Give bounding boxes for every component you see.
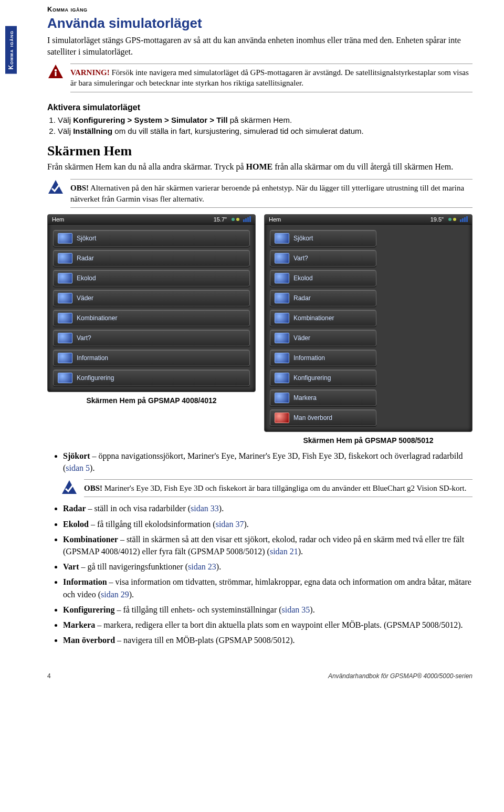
warning-body: Försök inte navigera med simulatorläget … (70, 68, 469, 87)
menu-label: Ekolod (293, 275, 313, 282)
menu-label: Sjökort (293, 235, 313, 242)
feature-kombinationer: Kombinationer – ställ in skärmen så att … (63, 533, 472, 557)
svg-marker-3 (62, 480, 77, 494)
menu-label: Kombinationer (77, 314, 117, 322)
obs-lead-2: OBS! (84, 484, 102, 492)
topbar-hem-left: Hem (52, 216, 64, 223)
steps-list: Välj Konfigurering > System > Simulator … (47, 114, 472, 138)
menu-thumb (275, 233, 289, 244)
feature-ekolod: Ekolod – få tillgång till ekolodsinforma… (63, 518, 472, 530)
caption-left: Skärmen Hem på GPSMAP 4008/4012 (47, 396, 256, 405)
menu-label: Vart? (293, 255, 308, 262)
menu-label: Konfigurering (77, 374, 114, 382)
menu-btn[interactable]: Ekolod (53, 270, 250, 287)
section-heading-simulator: Använda simulatorläget (47, 15, 472, 31)
menu-btn[interactable]: Konfigurering (53, 370, 250, 386)
screen-size-left: 15.7" (214, 216, 227, 223)
menu-thumb (275, 373, 289, 383)
menu-btn[interactable]: Radar (270, 290, 376, 307)
menu-label: Radar (293, 294, 311, 302)
feature-markera: Markera – markera, redigera eller ta bor… (63, 619, 472, 631)
menu-thumb (58, 373, 72, 383)
menu-btn[interactable]: Vart? (270, 250, 376, 267)
screenshot-4008: Hem 15.7" SjökortRadarEkolodVäderKombina… (47, 214, 256, 445)
feature-radar: Radar – ställ in och visa radarbilder (s… (63, 502, 472, 514)
page-footer: 4 Användarhandbok för GPSMAP® 4000/5000-… (0, 672, 504, 687)
screenshot-5008: Hem 19.5" SjökortVart?EkolodRadarKombina… (264, 214, 472, 445)
menu-label: Man överbord (293, 414, 332, 421)
feature-information: Information – visa information om tidvat… (63, 576, 472, 600)
link-sida-29[interactable]: sidan 29 (101, 590, 129, 599)
feature-list: Sjökort – öppna navigationssjökort, Mari… (47, 450, 472, 474)
link-sida-23[interactable]: sidan 23 (188, 562, 216, 571)
menu-thumb (58, 353, 72, 363)
feature-sjokort: Sjökort – öppna navigationssjökort, Mari… (63, 450, 472, 474)
svg-point-1 (55, 69, 57, 71)
screen-size-right: 19.5" (430, 216, 444, 223)
obs-body-1: Alternativen på den här skärmen varierar… (70, 184, 464, 203)
menu-btn[interactable]: Sjökort (270, 230, 376, 247)
menu-thumb (275, 293, 289, 303)
obs-callout-2: OBS! Mariner's Eye 3D, Fish Eye 3D och f… (61, 479, 472, 497)
feature-konfigurering: Konfigurering – få tillgång till enhets-… (63, 604, 472, 616)
menu-thumb (58, 313, 72, 323)
menu-btn[interactable]: Kombinationer (53, 310, 250, 326)
menu-btn[interactable]: Ekolod (270, 270, 376, 287)
menu-btn[interactable]: Markera (270, 389, 376, 406)
menu-thumb (58, 253, 72, 263)
warning-callout: VARNING! Försök inte navigera med simula… (47, 62, 472, 93)
menu-btn[interactable]: Radar (53, 250, 250, 267)
menu-btn[interactable]: Väder (53, 290, 250, 307)
menu-btn[interactable]: Konfigurering (270, 370, 376, 386)
menu-label: Konfigurering (293, 374, 331, 382)
menu-thumb (58, 233, 72, 244)
feature-list-2: Radar – ställ in och visa radarbilder (s… (47, 502, 472, 646)
menu-thumb (275, 253, 289, 263)
menu-btn[interactable]: Information (270, 350, 376, 366)
home-intro: Från skärmen Hem kan du nå alla andra sk… (47, 161, 472, 173)
feature-man-overbord: Man överbord – navigera till en MÖB-plat… (63, 634, 472, 646)
obs-callout-1: OBS! Alternativen på den här skärmen var… (47, 178, 472, 209)
menu-btn[interactable]: Information (53, 350, 250, 366)
link-sida-21[interactable]: sidan 21 (270, 547, 298, 556)
menu-btn[interactable]: Kombinationer (270, 310, 376, 326)
menu-thumb (275, 353, 289, 363)
feature-vart: Vart – gå till navigeringsfunktioner (si… (63, 561, 472, 573)
link-sida-33[interactable]: sidan 33 (191, 504, 219, 513)
link-sida-35[interactable]: sidan 35 (282, 605, 310, 614)
menu-thumb (58, 333, 72, 343)
menu-label: Väder (293, 334, 310, 342)
menu-thumb (58, 293, 72, 303)
check-icon-2 (61, 479, 78, 496)
menu-btn[interactable]: Vart? (53, 330, 250, 346)
menu-thumb (275, 313, 289, 323)
menu-thumb (275, 273, 289, 283)
caption-right: Skärmen Hem på GPSMAP 5008/5012 (264, 436, 472, 445)
warning-lead: VARNING! (70, 68, 110, 77)
activate-subheading: Aktivera simulatorläget (47, 103, 472, 112)
menu-label: Sjökort (77, 235, 96, 242)
menu-label: Information (77, 354, 108, 362)
menu-label: Väder (77, 294, 93, 302)
menu-label: Radar (77, 255, 94, 262)
menu-label: Ekolod (77, 275, 96, 282)
warning-icon (47, 64, 64, 80)
step-1: Välj Konfigurering > System > Simulator … (58, 114, 472, 126)
link-sida-37[interactable]: sidan 37 (216, 520, 244, 529)
menu-btn[interactable]: Man överbord (270, 409, 376, 426)
menu-btn[interactable]: Sjökort (53, 230, 250, 247)
link-sida-5[interactable]: sidan 5 (66, 463, 90, 472)
obs-body-2: Mariner's Eye 3D, Fish Eye 3D och fiskek… (102, 484, 466, 492)
obs-lead-1: OBS! (70, 184, 89, 192)
menu-label: Vart? (77, 334, 91, 342)
menu-label: Kombinationer (293, 314, 334, 322)
menu-thumb (275, 393, 289, 403)
footer-title: Användarhandbok för GPSMAP® 4000/5000-se… (328, 672, 472, 680)
menu-thumb (58, 273, 72, 283)
svg-marker-2 (48, 180, 63, 194)
menu-label: Markera (293, 394, 317, 402)
sidebar-tab: Komma igång (5, 26, 17, 74)
menu-btn[interactable]: Väder (270, 330, 376, 346)
menu-thumb (275, 333, 289, 343)
breadcrumb: Komma igång (47, 5, 472, 13)
